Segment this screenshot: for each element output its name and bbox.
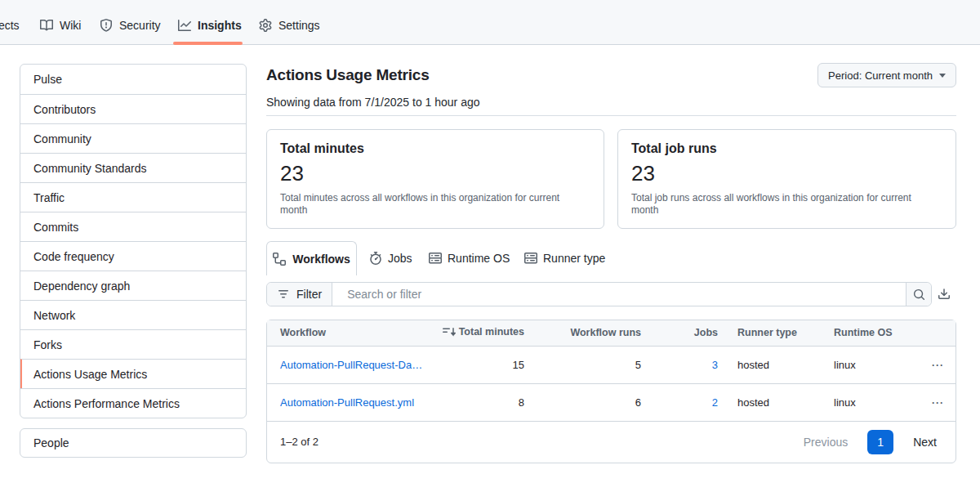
nav-label-wiki: Wiki <box>60 19 81 32</box>
tab-jobs-label: Jobs <box>388 252 412 265</box>
header-divider <box>266 115 956 116</box>
jobs-link[interactable]: 3 <box>712 359 718 371</box>
col-header-workflow-runs[interactable]: Workflow runs <box>537 320 654 346</box>
metrics-tab-nav: Workflows Jobs Runtime OS Runner type <box>266 241 956 275</box>
page-subtitle: Showing data from 7/1/2025 to 1 hour ago <box>266 96 480 109</box>
row-actions-kebab-icon[interactable]: ··· <box>932 360 944 371</box>
total-minutes-description: Total minutes across all workflows in th… <box>280 192 582 217</box>
sidebar-item-dependency-graph[interactable]: Dependency graph <box>20 271 246 300</box>
graph-icon <box>178 19 191 32</box>
jobs-link[interactable]: 2 <box>712 396 718 409</box>
col-header-total-minutes[interactable]: Total minutes <box>439 320 537 346</box>
pagination-range: 1–2 of 2 <box>280 436 318 448</box>
tab-runtime-os[interactable]: Runtime OS <box>429 241 510 275</box>
sidebar-item-contributors[interactable]: Contributors <box>20 94 246 123</box>
tab-workflows[interactable]: Workflows <box>266 241 357 275</box>
total-job-runs-description: Total job runs across all workflows in t… <box>631 192 933 217</box>
workflows-table: Workflow Total minutes Workflow runs Job… <box>266 320 956 463</box>
nav-tab-security[interactable]: Security <box>100 7 161 44</box>
sidebar-item-traffic[interactable]: Traffic <box>20 182 246 212</box>
workflow-link[interactable]: Automation-PullRequest-Da… <box>267 346 439 383</box>
cell-runtime-os: linux <box>821 346 920 383</box>
search-submit-button[interactable] <box>906 283 931 306</box>
nav-tab-projects[interactable]: Projects <box>0 7 20 44</box>
tab-workflows-label: Workflows <box>292 253 350 266</box>
nav-label-settings: Settings <box>278 19 320 32</box>
workflow-icon <box>273 253 286 266</box>
server-icon <box>524 252 537 265</box>
sidebar-item-pulse[interactable]: Pulse <box>20 65 246 94</box>
main-content: Actions Usage Metrics Showing data from … <box>266 64 956 483</box>
pagination-next[interactable]: Next <box>913 436 937 449</box>
tab-runner-type-label: Runner type <box>543 252 605 265</box>
book-icon <box>40 19 53 32</box>
sidebar-item-community[interactable]: Community <box>20 123 246 153</box>
table-row: Automation-PullRequest.yml 8 6 2 hosted … <box>267 383 956 421</box>
filter-icon <box>277 288 290 301</box>
sort-descending-icon <box>443 325 456 338</box>
col-header-jobs[interactable]: Jobs <box>654 320 731 346</box>
period-dropdown-label: Period: Current month <box>828 69 933 82</box>
cell-runner-type: hosted <box>731 346 821 383</box>
cell-jobs: 2 <box>654 383 731 421</box>
total-job-runs-value: 23 <box>631 161 942 186</box>
table-row: Automation-PullRequest-Da… 15 5 3 hosted… <box>267 346 956 383</box>
tab-runtime-os-label: Runtime OS <box>448 252 510 265</box>
row-actions-kebab-icon[interactable]: ··· <box>932 397 944 409</box>
table-footer: 1–2 of 2 Previous 1 Next <box>267 422 956 463</box>
active-tab-underline <box>173 42 243 45</box>
pagination-previous[interactable]: Previous <box>804 436 848 449</box>
stopwatch-icon <box>369 252 382 265</box>
sidebar-item-forks[interactable]: Forks <box>20 329 246 359</box>
search-input[interactable]: Search or filter <box>332 283 906 306</box>
cell-workflow-runs: 6 <box>537 383 654 421</box>
pagination-page-1[interactable]: 1 <box>867 430 893 454</box>
insights-sidebar: Pulse Contributors Community Community S… <box>20 64 247 418</box>
shield-icon <box>100 19 113 32</box>
nav-tab-wiki[interactable]: Wiki <box>40 7 81 44</box>
sidebar-item-actions-usage-metrics[interactable]: Actions Usage Metrics <box>20 359 246 388</box>
cell-total-minutes: 15 <box>439 346 537 383</box>
cell-jobs: 3 <box>654 346 731 383</box>
sidebar-item-people[interactable]: People <box>20 428 247 458</box>
page-title: Actions Usage Metrics <box>266 66 430 84</box>
nav-label-insights: Insights <box>198 19 242 32</box>
total-job-runs-title: Total job runs <box>631 141 942 156</box>
workflow-link[interactable]: Automation-PullRequest.yml <box>267 383 439 421</box>
col-header-workflow[interactable]: Workflow <box>267 320 439 346</box>
server-icon <box>429 252 442 265</box>
sidebar-item-commits[interactable]: Commits <box>20 212 246 241</box>
tab-runner-type[interactable]: Runner type <box>524 241 605 275</box>
cell-workflow-runs: 5 <box>537 346 654 383</box>
col-header-runtime-os[interactable]: Runtime OS <box>821 320 920 346</box>
total-minutes-card: Total minutes 23 Total minutes across al… <box>266 129 604 229</box>
cell-total-minutes: 8 <box>439 383 537 421</box>
nav-tab-insights[interactable]: Insights <box>178 7 242 44</box>
nav-tab-settings[interactable]: Settings <box>259 7 320 44</box>
repo-top-nav: Projects Wiki Security Insights Settings <box>0 0 980 45</box>
table-header-row: Workflow Total minutes Workflow runs Job… <box>267 320 956 346</box>
sidebar-item-network[interactable]: Network <box>20 300 246 329</box>
col-header-runner-type[interactable]: Runner type <box>731 320 821 346</box>
nav-label-security: Security <box>119 19 161 32</box>
nav-label-projects: Projects <box>0 19 20 32</box>
sidebar-item-code-frequency[interactable]: Code frequency <box>20 241 246 271</box>
filter-bar: Filter Search or filter <box>266 282 932 306</box>
period-dropdown-button[interactable]: Period: Current month <box>817 63 956 87</box>
total-minutes-value: 23 <box>280 161 590 186</box>
sidebar-item-actions-performance-metrics[interactable]: Actions Performance Metrics <box>20 388 246 418</box>
download-icon[interactable] <box>938 288 951 301</box>
filter-button[interactable]: Filter <box>267 283 332 306</box>
cell-runtime-os: linux <box>821 383 920 421</box>
tab-jobs[interactable]: Jobs <box>369 241 412 275</box>
sidebar-item-community-standards[interactable]: Community Standards <box>20 153 246 182</box>
gear-icon <box>259 19 272 32</box>
total-minutes-title: Total minutes <box>280 141 590 156</box>
cell-runner-type: hosted <box>731 383 821 421</box>
chevron-down-icon <box>939 74 946 78</box>
search-icon <box>913 288 925 301</box>
filter-button-label: Filter <box>296 288 322 301</box>
total-job-runs-card: Total job runs 23 Total job runs across … <box>617 129 956 229</box>
